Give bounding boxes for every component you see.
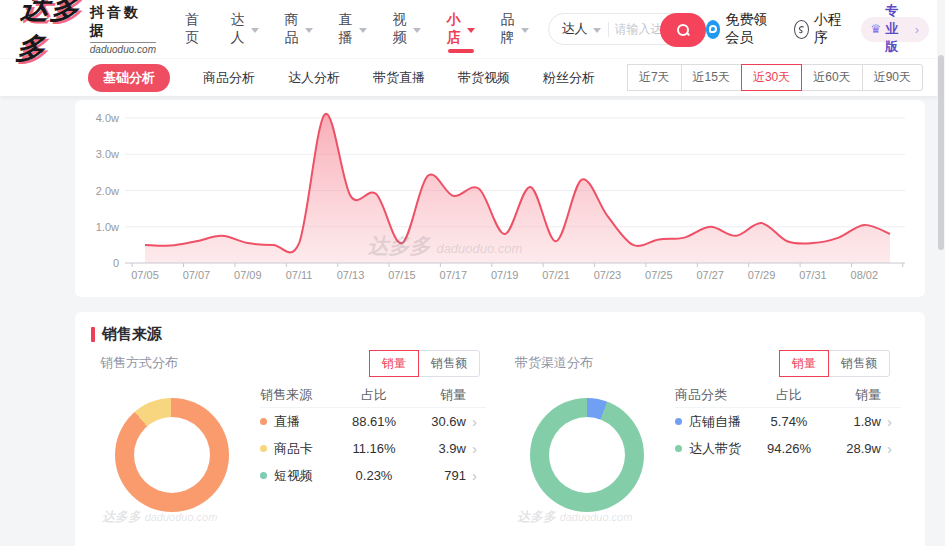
metric-toggle-label: 销量 bbox=[792, 356, 816, 370]
svg-text:2.0w: 2.0w bbox=[96, 185, 119, 197]
title-accent-bar bbox=[91, 327, 95, 342]
svg-text:0: 0 bbox=[113, 257, 119, 269]
nav-item-label: 视频 bbox=[393, 11, 409, 47]
svg-text:07/21: 07/21 bbox=[542, 269, 570, 281]
sales-method-donut-chart bbox=[115, 398, 229, 512]
chevron-right-icon[interactable]: › bbox=[472, 414, 486, 429]
chevron-right-icon[interactable]: › bbox=[887, 414, 901, 429]
chevron-down-icon bbox=[359, 28, 367, 33]
row-percent: 11.16% bbox=[340, 441, 408, 456]
search-icon bbox=[676, 23, 690, 37]
search-button[interactable] bbox=[660, 13, 706, 47]
logo-tagline: 抖音数据 bbox=[90, 4, 156, 43]
date-range-label: 近30天 bbox=[753, 70, 790, 84]
svg-text:3.0w: 3.0w bbox=[96, 148, 119, 160]
nav-item-label: 直播 bbox=[339, 11, 355, 47]
analysis-tab[interactable]: 达人分析 bbox=[288, 69, 340, 87]
row-value: 791 bbox=[408, 468, 472, 483]
table-row[interactable]: 店铺自播 5.74% 1.8w › bbox=[675, 408, 901, 435]
nav-item[interactable]: 视频 bbox=[380, 0, 434, 58]
site-logo[interactable]: 达多多 抖音数据 daduoduo.com bbox=[18, 0, 156, 69]
chevron-down-icon bbox=[593, 28, 601, 33]
analysis-tab[interactable]: 带货直播 bbox=[373, 69, 425, 87]
trend-chart-card: 01.0w2.0w3.0w4.0w 07/0507/0707/0907/1107… bbox=[75, 100, 925, 297]
chevron-right-icon[interactable]: › bbox=[472, 441, 486, 456]
tab-label: 商品分析 bbox=[203, 70, 255, 85]
page-scrollbar[interactable] bbox=[937, 0, 945, 546]
sales-trend-chart: 01.0w2.0w3.0w4.0w 07/0507/0707/0907/1107… bbox=[75, 100, 925, 297]
chevron-down-icon bbox=[413, 28, 421, 33]
nav-item[interactable]: 直播 bbox=[326, 0, 380, 58]
row-value: 30.6w bbox=[408, 414, 472, 429]
scrollbar-thumb[interactable] bbox=[938, 55, 944, 250]
nav-item[interactable]: 商品 bbox=[272, 0, 326, 58]
row-value: 3.9w bbox=[408, 441, 472, 456]
svg-text:4.0w: 4.0w bbox=[96, 112, 119, 124]
mini-program-icon bbox=[794, 20, 809, 39]
section-title-text: 销售来源 bbox=[102, 325, 162, 344]
analysis-tab[interactable]: 商品分析 bbox=[203, 69, 255, 87]
free-member-link[interactable]: 免费领会员 bbox=[706, 11, 779, 47]
svg-text:07/19: 07/19 bbox=[491, 269, 519, 281]
crown-icon: ♛ bbox=[871, 23, 882, 35]
customer-service-icon bbox=[706, 20, 721, 39]
date-range-label: 近60天 bbox=[813, 70, 850, 84]
legend-dot bbox=[675, 418, 682, 425]
header-actions: 免费领会员 小程序 ♛ 专业版 › bbox=[706, 11, 929, 47]
svg-text:07/17: 07/17 bbox=[440, 269, 468, 281]
nav-item[interactable]: 小店 bbox=[434, 0, 488, 58]
row-label: 直播 bbox=[274, 413, 300, 431]
metric-toggle-button[interactable]: 销售额 bbox=[418, 350, 480, 377]
sales-source-card: 销售来源 销售方式分布 销量 销售额 达多多 daduoduo.com 销售来源… bbox=[75, 312, 925, 546]
row-percent: 88.61% bbox=[340, 414, 408, 429]
sales-channel-donut-chart bbox=[530, 398, 644, 512]
svg-text:07/07: 07/07 bbox=[183, 269, 211, 281]
row-label: 达人带货 bbox=[689, 440, 741, 458]
chevron-right-icon: › bbox=[915, 22, 919, 37]
chevron-down-icon bbox=[305, 28, 313, 33]
table-body: 直播 88.61% 30.6w › 商品卡 11.16% 3.9w bbox=[260, 408, 486, 489]
nav-item[interactable]: 品牌 bbox=[488, 0, 542, 58]
metric-toggle: 销量 销售额 bbox=[780, 350, 890, 377]
nav-item[interactable]: 首页 bbox=[172, 0, 218, 58]
date-range-button[interactable]: 近60天 bbox=[801, 64, 862, 91]
svg-text:07/11: 07/11 bbox=[286, 269, 313, 281]
row-label: 商品卡 bbox=[274, 440, 313, 458]
search-category-select[interactable]: 达人 bbox=[549, 20, 608, 38]
logo-wordmark: 达多多 bbox=[14, 0, 84, 69]
panel-subtitle: 销售方式分布 bbox=[100, 354, 178, 372]
svg-text:07/25: 07/25 bbox=[645, 269, 673, 281]
analysis-tab[interactable]: 粉丝分析 bbox=[543, 69, 595, 87]
table-row[interactable]: 达人带货 94.26% 28.9w › bbox=[675, 435, 901, 462]
table-row[interactable]: 直播 88.61% 30.6w › bbox=[260, 408, 486, 435]
legend-dot bbox=[260, 445, 267, 452]
tab-label: 达人分析 bbox=[288, 70, 340, 85]
watermark: 达多多 daduoduo.com bbox=[102, 508, 217, 526]
logo-tagline-block: 抖音数据 daduoduo.com bbox=[90, 4, 156, 55]
date-range-button[interactable]: 近7天 bbox=[627, 64, 682, 91]
table-row[interactable]: 商品卡 11.16% 3.9w › bbox=[260, 435, 486, 462]
sales-method-panel: 销售方式分布 销量 销售额 达多多 daduoduo.com 销售来源 占比 销… bbox=[100, 350, 480, 546]
sales-method-table: 销售来源 占比 销量 直播 88.61% 30.6w › bbox=[260, 382, 486, 489]
chevron-right-icon[interactable]: › bbox=[472, 468, 486, 483]
tab-label: 带货直播 bbox=[373, 70, 425, 85]
table-row[interactable]: 短视频 0.23% 791 › bbox=[260, 462, 486, 489]
analysis-tab[interactable]: 带货视频 bbox=[458, 69, 510, 87]
metric-toggle-button[interactable]: 销量 bbox=[779, 350, 829, 377]
chevron-right-icon[interactable]: › bbox=[887, 441, 901, 456]
search-category-value: 达人 bbox=[562, 20, 588, 38]
svg-text:07/05: 07/05 bbox=[131, 269, 159, 281]
sales-channel-table: 商品分类 占比 销量 店铺自播 5.74% 1.8w › bbox=[675, 382, 901, 462]
pro-version-badge[interactable]: ♛ 专业版 › bbox=[861, 17, 930, 42]
mini-program-link[interactable]: 小程序 bbox=[794, 11, 846, 47]
row-value: 28.9w bbox=[823, 441, 887, 456]
metric-toggle-button[interactable]: 销量 bbox=[369, 350, 419, 377]
metric-toggle-button[interactable]: 销售额 bbox=[828, 350, 890, 377]
date-range-button[interactable]: 近90天 bbox=[862, 64, 923, 91]
date-range-button[interactable]: 近15天 bbox=[681, 64, 742, 91]
metric-toggle: 销量 销售额 bbox=[370, 350, 480, 377]
section-title: 销售来源 bbox=[91, 325, 162, 344]
nav-item[interactable]: 达人 bbox=[218, 0, 272, 58]
date-range-button[interactable]: 近30天 bbox=[741, 64, 802, 91]
logo-domain: daduoduo.com bbox=[90, 44, 156, 55]
